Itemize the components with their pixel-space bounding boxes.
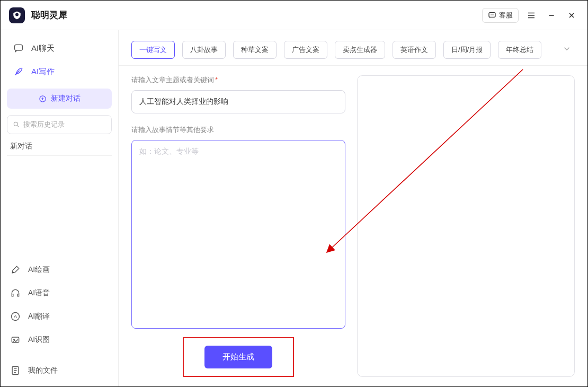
template-chip-yearend[interactable]: 年终总结 bbox=[498, 41, 541, 59]
sidebar-tool-image[interactable]: AI识图 bbox=[7, 328, 112, 351]
sidebar-tool-label: AI语音 bbox=[28, 288, 50, 298]
detail-textarea[interactable] bbox=[131, 140, 345, 329]
svg-rect-4 bbox=[15, 45, 23, 50]
template-chip-ad[interactable]: 广告文案 bbox=[284, 41, 327, 59]
close-button[interactable] bbox=[564, 8, 579, 23]
titlebar-left: 聪明灵犀 bbox=[9, 7, 67, 23]
chat-bubble-icon bbox=[13, 43, 24, 54]
topic-label: 请输入文章主题或者关键词* bbox=[131, 75, 345, 85]
svg-text:A: A bbox=[14, 314, 17, 319]
history-item-label: 新对话 bbox=[10, 142, 32, 150]
brush-icon bbox=[10, 265, 21, 275]
close-icon bbox=[567, 11, 576, 20]
template-chip-quick-write[interactable]: 一键写文 bbox=[131, 41, 175, 59]
my-files-label: 我的文件 bbox=[28, 366, 58, 375]
detail-label: 请输入故事情节等其他要求 bbox=[131, 125, 345, 135]
search-icon bbox=[13, 121, 20, 128]
svg-point-6 bbox=[14, 122, 17, 126]
generate-button[interactable]: 开始生成 bbox=[204, 346, 272, 368]
form-column: 请输入文章主题或者关键词* 人工智能对人类择业的影响 请输入故事情节等其他要求 … bbox=[131, 75, 345, 377]
topic-value: 人工智能对人类择业的影响 bbox=[139, 97, 228, 105]
template-chip-selling-point[interactable]: 卖点生成器 bbox=[335, 41, 385, 59]
main-content: 一键写文 八卦故事 种草文案 广告文案 卖点生成器 英语作文 日/周/月报 年终… bbox=[119, 30, 587, 386]
menu-icon bbox=[527, 11, 536, 20]
feather-icon bbox=[13, 66, 24, 77]
sidebar-tool-voice[interactable]: AI语音 bbox=[7, 282, 112, 305]
sidebar-tool-label: AI绘画 bbox=[28, 265, 50, 275]
topic-input[interactable]: 人工智能对人类择业的影响 bbox=[131, 90, 345, 113]
support-label: 客服 bbox=[499, 11, 513, 20]
expand-templates-button[interactable] bbox=[559, 41, 575, 59]
sidebar-item-label: AI写作 bbox=[31, 67, 55, 77]
sidebar-tool-label: AI翻译 bbox=[28, 312, 50, 321]
template-chip-gossip[interactable]: 八卦故事 bbox=[182, 41, 226, 59]
sidebar-item-chat[interactable]: AI聊天 bbox=[7, 37, 112, 60]
chevron-down-icon bbox=[562, 44, 572, 54]
minimize-button[interactable] bbox=[544, 8, 559, 23]
search-placeholder: 搜索历史记录 bbox=[23, 120, 65, 129]
support-button[interactable]: 客服 bbox=[482, 8, 519, 23]
app-title: 聪明灵犀 bbox=[31, 9, 67, 21]
sidebar-my-files[interactable]: 我的文件 bbox=[7, 359, 112, 382]
titlebar-right: 客服 bbox=[482, 8, 579, 23]
sidebar-tool-translate[interactable]: A AI翻译 bbox=[7, 305, 112, 328]
sidebar: AI聊天 AI写作 新建对话 搜索历史记录 新对话 AI绘画 AI语音 A bbox=[1, 30, 119, 386]
history-item[interactable]: 新对话 bbox=[7, 134, 112, 156]
file-icon bbox=[10, 365, 21, 376]
translate-icon: A bbox=[10, 311, 21, 322]
template-chip-english[interactable]: 英语作文 bbox=[393, 41, 436, 59]
search-input[interactable]: 搜索历史记录 bbox=[7, 115, 112, 134]
svg-point-2 bbox=[492, 14, 492, 15]
svg-point-3 bbox=[493, 14, 493, 15]
new-chat-button[interactable]: 新建对话 bbox=[7, 89, 112, 109]
sidebar-tool-label: AI识图 bbox=[28, 335, 50, 345]
support-bubble-icon bbox=[488, 11, 496, 20]
menu-button[interactable] bbox=[524, 8, 539, 23]
template-row: 一键写文 八卦故事 种草文案 广告文案 卖点生成器 英语作文 日/周/月报 年终… bbox=[119, 30, 587, 66]
template-chip-promo[interactable]: 种草文案 bbox=[233, 41, 277, 59]
sidebar-tool-draw[interactable]: AI绘画 bbox=[7, 258, 112, 282]
headphone-icon bbox=[10, 288, 21, 298]
output-panel bbox=[357, 75, 575, 377]
app-logo-icon bbox=[9, 7, 25, 23]
generate-highlight-box: 开始生成 bbox=[183, 337, 294, 377]
plus-circle-icon bbox=[39, 95, 47, 103]
image-scan-icon bbox=[10, 335, 21, 345]
sidebar-item-write[interactable]: AI写作 bbox=[7, 60, 112, 83]
minimize-icon bbox=[547, 11, 556, 20]
svg-point-1 bbox=[491, 14, 491, 15]
sidebar-item-label: AI聊天 bbox=[31, 43, 55, 54]
titlebar: 聪明灵犀 客服 bbox=[1, 1, 587, 30]
new-chat-label: 新建对话 bbox=[51, 94, 81, 103]
template-chip-report[interactable]: 日/周/月报 bbox=[443, 41, 491, 59]
